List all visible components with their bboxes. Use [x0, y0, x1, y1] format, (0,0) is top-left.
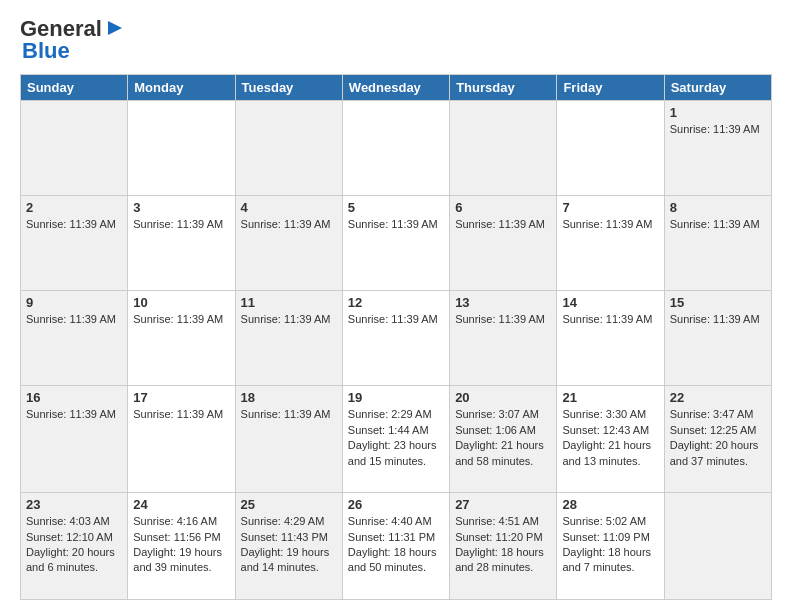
weekday-wednesday: Wednesday — [342, 75, 449, 101]
calendar-body: 1Sunrise: 11:39 AM2Sunrise: 11:39 AM3Sun… — [21, 101, 772, 600]
day-number: 25 — [241, 497, 337, 512]
day-number: 23 — [26, 497, 122, 512]
day-number: 21 — [562, 390, 658, 405]
day-info: Sunrise: 11:39 AM — [241, 312, 337, 327]
week-row-1: 2Sunrise: 11:39 AM3Sunrise: 11:39 AM4Sun… — [21, 196, 772, 291]
day-cell: 11Sunrise: 11:39 AM — [235, 291, 342, 386]
logo-icon — [104, 17, 126, 39]
day-info: Sunrise: 11:39 AM — [670, 312, 766, 327]
day-info: Sunrise: 11:39 AM — [455, 312, 551, 327]
day-number: 16 — [26, 390, 122, 405]
day-cell — [342, 101, 449, 196]
day-info: Sunrise: 4:29 AMSunset: 11:43 PMDaylight… — [241, 514, 337, 576]
day-cell: 6Sunrise: 11:39 AM — [450, 196, 557, 291]
weekday-monday: Monday — [128, 75, 235, 101]
day-cell: 18Sunrise: 11:39 AM — [235, 386, 342, 493]
day-cell: 28Sunrise: 5:02 AMSunset: 11:09 PMDaylig… — [557, 493, 664, 600]
day-cell: 19Sunrise: 2:29 AMSunset: 1:44 AMDayligh… — [342, 386, 449, 493]
day-number: 7 — [562, 200, 658, 215]
day-cell — [235, 101, 342, 196]
day-info: Sunrise: 11:39 AM — [133, 407, 229, 422]
day-cell: 2Sunrise: 11:39 AM — [21, 196, 128, 291]
day-cell: 14Sunrise: 11:39 AM — [557, 291, 664, 386]
day-number: 24 — [133, 497, 229, 512]
day-cell: 3Sunrise: 11:39 AM — [128, 196, 235, 291]
day-cell — [664, 493, 771, 600]
day-cell: 16Sunrise: 11:39 AM — [21, 386, 128, 493]
day-cell: 7Sunrise: 11:39 AM — [557, 196, 664, 291]
day-cell: 13Sunrise: 11:39 AM — [450, 291, 557, 386]
day-cell: 10Sunrise: 11:39 AM — [128, 291, 235, 386]
day-cell: 17Sunrise: 11:39 AM — [128, 386, 235, 493]
week-row-4: 23Sunrise: 4:03 AMSunset: 12:10 AMDaylig… — [21, 493, 772, 600]
day-info: Sunrise: 11:39 AM — [562, 312, 658, 327]
day-info: Sunrise: 11:39 AM — [348, 217, 444, 232]
day-info: Sunrise: 4:40 AMSunset: 11:31 PMDaylight… — [348, 514, 444, 576]
day-info: Sunrise: 4:03 AMSunset: 12:10 AMDaylight… — [26, 514, 122, 576]
weekday-tuesday: Tuesday — [235, 75, 342, 101]
day-number: 22 — [670, 390, 766, 405]
day-number: 6 — [455, 200, 551, 215]
day-info: Sunrise: 3:30 AMSunset: 12:43 AMDaylight… — [562, 407, 658, 469]
day-cell: 5Sunrise: 11:39 AM — [342, 196, 449, 291]
day-cell: 24Sunrise: 4:16 AMSunset: 11:56 PMDaylig… — [128, 493, 235, 600]
day-info: Sunrise: 5:02 AMSunset: 11:09 PMDaylight… — [562, 514, 658, 576]
week-row-0: 1Sunrise: 11:39 AM — [21, 101, 772, 196]
day-cell — [21, 101, 128, 196]
day-info: Sunrise: 11:39 AM — [241, 407, 337, 422]
day-cell: 26Sunrise: 4:40 AMSunset: 11:31 PMDaylig… — [342, 493, 449, 600]
day-number: 4 — [241, 200, 337, 215]
day-info: Sunrise: 11:39 AM — [133, 312, 229, 327]
day-info: Sunrise: 11:39 AM — [26, 217, 122, 232]
day-cell: 21Sunrise: 3:30 AMSunset: 12:43 AMDaylig… — [557, 386, 664, 493]
day-number: 28 — [562, 497, 658, 512]
day-number: 19 — [348, 390, 444, 405]
day-number: 13 — [455, 295, 551, 310]
day-number: 10 — [133, 295, 229, 310]
day-cell: 25Sunrise: 4:29 AMSunset: 11:43 PMDaylig… — [235, 493, 342, 600]
day-info: Sunrise: 11:39 AM — [133, 217, 229, 232]
day-cell — [557, 101, 664, 196]
week-row-2: 9Sunrise: 11:39 AM10Sunrise: 11:39 AM11S… — [21, 291, 772, 386]
day-number: 5 — [348, 200, 444, 215]
weekday-header: SundayMondayTuesdayWednesdayThursdayFrid… — [21, 75, 772, 101]
day-cell: 22Sunrise: 3:47 AMSunset: 12:25 AMDaylig… — [664, 386, 771, 493]
day-cell: 23Sunrise: 4:03 AMSunset: 12:10 AMDaylig… — [21, 493, 128, 600]
day-cell: 15Sunrise: 11:39 AM — [664, 291, 771, 386]
day-number: 27 — [455, 497, 551, 512]
day-number: 20 — [455, 390, 551, 405]
day-number: 11 — [241, 295, 337, 310]
svg-marker-0 — [108, 21, 122, 35]
day-info: Sunrise: 11:39 AM — [26, 407, 122, 422]
weekday-sunday: Sunday — [21, 75, 128, 101]
day-number: 15 — [670, 295, 766, 310]
day-info: Sunrise: 11:39 AM — [26, 312, 122, 327]
day-info: Sunrise: 4:51 AMSunset: 11:20 PMDaylight… — [455, 514, 551, 576]
day-info: Sunrise: 3:47 AMSunset: 12:25 AMDaylight… — [670, 407, 766, 469]
day-info: Sunrise: 11:39 AM — [670, 122, 766, 137]
day-number: 3 — [133, 200, 229, 215]
day-info: Sunrise: 4:16 AMSunset: 11:56 PMDaylight… — [133, 514, 229, 576]
calendar: SundayMondayTuesdayWednesdayThursdayFrid… — [20, 74, 772, 600]
day-cell: 1Sunrise: 11:39 AM — [664, 101, 771, 196]
weekday-thursday: Thursday — [450, 75, 557, 101]
day-number: 14 — [562, 295, 658, 310]
logo-blue: Blue — [22, 38, 70, 63]
day-cell: 27Sunrise: 4:51 AMSunset: 11:20 PMDaylig… — [450, 493, 557, 600]
day-cell: 4Sunrise: 11:39 AM — [235, 196, 342, 291]
logo: General Blue — [20, 16, 126, 64]
day-number: 9 — [26, 295, 122, 310]
day-info: Sunrise: 11:39 AM — [670, 217, 766, 232]
day-cell: 20Sunrise: 3:07 AMSunset: 1:06 AMDayligh… — [450, 386, 557, 493]
day-number: 2 — [26, 200, 122, 215]
day-cell: 8Sunrise: 11:39 AM — [664, 196, 771, 291]
day-cell — [450, 101, 557, 196]
day-cell: 12Sunrise: 11:39 AM — [342, 291, 449, 386]
day-number: 12 — [348, 295, 444, 310]
day-number: 18 — [241, 390, 337, 405]
weekday-saturday: Saturday — [664, 75, 771, 101]
day-cell: 9Sunrise: 11:39 AM — [21, 291, 128, 386]
day-cell — [128, 101, 235, 196]
week-row-3: 16Sunrise: 11:39 AM17Sunrise: 11:39 AM18… — [21, 386, 772, 493]
day-info: Sunrise: 2:29 AMSunset: 1:44 AMDaylight:… — [348, 407, 444, 469]
